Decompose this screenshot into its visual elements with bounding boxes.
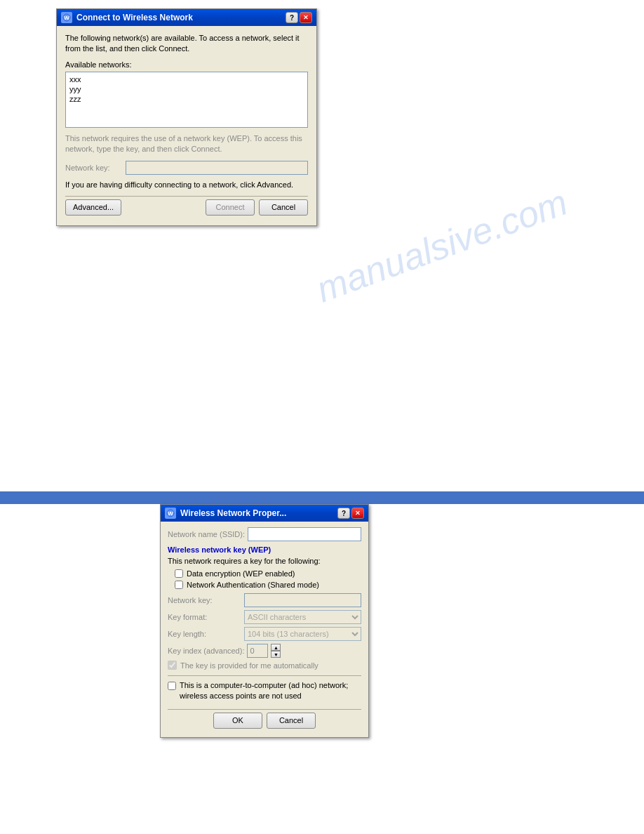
dialog2-titlebar-buttons: ? ✕: [337, 508, 364, 519]
key-index-label: Key index (advanced):: [168, 647, 244, 655]
network-auth-label: Network Authentication (Shared mode): [187, 581, 319, 589]
dialog1-title: Connect to Wireless Network: [76, 13, 193, 22]
advanced-button[interactable]: Advanced...: [65, 199, 121, 216]
blue-banner: [0, 491, 644, 504]
network-name-row: Network name (SSID):: [168, 527, 361, 541]
spinner-down[interactable]: ▼: [271, 651, 281, 658]
key-format-row: Key format: ASCII characters: [168, 610, 361, 624]
auto-key-row: The key is provided for me automatically: [168, 661, 361, 670]
dialog1-title-icon: W: [61, 12, 72, 23]
dialog2-close-button[interactable]: ✕: [351, 508, 364, 519]
available-networks-label: Available networks:: [65, 60, 308, 69]
auto-key-checkbox[interactable]: [168, 661, 177, 670]
dialog1-intro: The following network(s) are available. …: [65, 33, 308, 55]
auto-key-label: The key is provided for me automatically: [180, 661, 318, 670]
dialog2-buttons: OK Cancel: [168, 709, 361, 732]
data-encryption-checkbox[interactable]: [175, 569, 183, 578]
network-key-label: Network key:: [65, 164, 121, 172]
dialog2-title: Wireless Network Proper...: [180, 508, 286, 518]
spinner-arrows: ▲ ▼: [271, 644, 281, 658]
svg-text:W: W: [168, 510, 173, 517]
network-key-input[interactable]: [126, 161, 308, 175]
adhoc-row: This is a computer-to-computer (ad hoc) …: [168, 680, 361, 702]
dialog2-title-icon: W: [165, 508, 176, 519]
advanced-hint-text: If you are having difficulty connecting …: [65, 180, 308, 189]
prop-network-key-label: Network key:: [168, 596, 241, 604]
network-key-row: Network key:: [65, 161, 308, 175]
network-auth-row: Network Authentication (Shared mode): [175, 581, 361, 589]
svg-text:W: W: [64, 15, 69, 21]
dialog1-titlebar[interactable]: W Connect to Wireless Network ? ✕: [57, 9, 316, 26]
key-index-input[interactable]: [247, 644, 268, 658]
wep-section-label: Wireless network key (WEP): [168, 545, 361, 554]
network-item-zzz[interactable]: zzz: [68, 94, 305, 104]
dialog1-buttons: Advanced... Connect Cancel: [65, 196, 308, 218]
connect-button[interactable]: Connect: [206, 199, 255, 216]
wep-info-text: This network requires the use of a netwo…: [65, 133, 308, 155]
data-encryption-label: Data encryption (WEP enabled): [187, 569, 295, 578]
dialog1-titlebar-buttons: ? ✕: [286, 12, 312, 23]
wep-section-text: This network requires a key for the foll…: [168, 557, 361, 565]
key-index-row: Key index (advanced): ▲ ▼: [168, 644, 361, 658]
network-auth-checkbox[interactable]: [175, 581, 183, 589]
watermark: manualsive.com: [311, 181, 573, 311]
key-format-select[interactable]: ASCII characters: [244, 610, 361, 624]
adhoc-checkbox[interactable]: [168, 682, 176, 690]
data-encryption-row: Data encryption (WEP enabled): [175, 569, 361, 578]
spinner-up[interactable]: ▲: [271, 644, 281, 651]
network-item-yyy[interactable]: yyy: [68, 84, 305, 94]
dialog2-help-button[interactable]: ?: [337, 508, 350, 519]
network-item-xxx[interactable]: xxx: [68, 74, 305, 84]
network-list[interactable]: xxx yyy zzz: [65, 72, 308, 128]
prop-network-key-row: Network key:: [168, 593, 361, 607]
ok-button[interactable]: OK: [213, 713, 262, 729]
close-button[interactable]: ✕: [300, 12, 312, 23]
divider: [168, 675, 361, 676]
dialog2-titlebar[interactable]: W Wireless Network Proper... ? ✕: [161, 505, 368, 522]
help-button[interactable]: ?: [286, 12, 298, 23]
key-length-label: Key length:: [168, 630, 241, 638]
prop-network-key-input[interactable]: [244, 593, 361, 607]
key-length-row: Key length: 104 bits (13 characters): [168, 627, 361, 641]
key-format-label: Key format:: [168, 613, 241, 621]
cancel-button[interactable]: Cancel: [259, 199, 308, 216]
network-name-label: Network name (SSID):: [168, 530, 245, 538]
connect-wireless-dialog: W Connect to Wireless Network ? ✕ The fo…: [56, 8, 317, 226]
key-length-select[interactable]: 104 bits (13 characters): [244, 627, 361, 641]
wireless-properties-dialog: W Wireless Network Proper... ? ✕ Network…: [160, 504, 369, 738]
dialog2-cancel-button[interactable]: Cancel: [267, 713, 316, 729]
adhoc-label: This is a computer-to-computer (ad hoc) …: [180, 680, 361, 702]
network-name-input[interactable]: [248, 527, 361, 541]
